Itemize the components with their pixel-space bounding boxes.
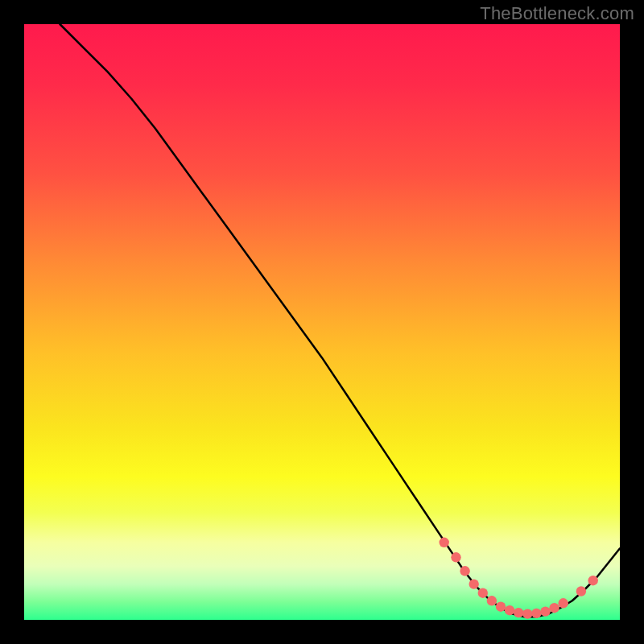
marker-point — [559, 598, 568, 608]
marker-point — [540, 606, 550, 616]
plot-area — [24, 24, 620, 620]
marker-point — [451, 552, 460, 562]
curve-svg — [24, 24, 620, 620]
watermark-text: TheBottleneck.com — [480, 3, 634, 24]
marker-point — [478, 588, 488, 598]
marker-point — [496, 602, 506, 612]
marker-point — [505, 605, 514, 615]
marker-point — [514, 608, 523, 617]
bottleneck-curve — [60, 24, 620, 617]
chart-frame: TheBottleneck.com — [0, 0, 644, 644]
marker-point — [469, 579, 479, 588]
marker-point — [522, 609, 532, 618]
marker-point — [440, 538, 449, 547]
marker-group — [440, 538, 598, 619]
marker-point — [588, 576, 598, 585]
marker-point — [549, 603, 559, 613]
marker-point — [460, 566, 469, 576]
marker-point — [487, 596, 497, 605]
marker-point — [576, 586, 586, 596]
marker-point — [531, 609, 541, 618]
